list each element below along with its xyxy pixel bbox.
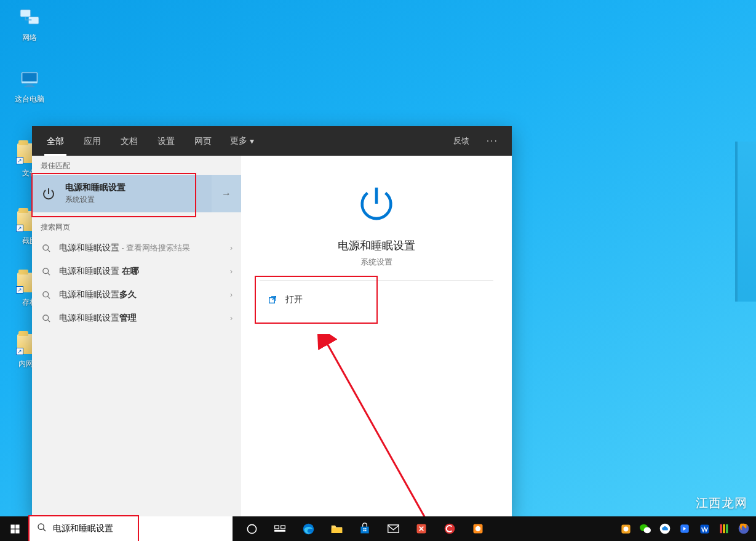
arrow-right-icon: → xyxy=(221,188,231,199)
taskbar-search-box[interactable] xyxy=(30,516,233,541)
search-panel: 全部 应用 文档 设置 网页 更多▾ 反馈 ··· 最佳匹配 电源和睡眠设置 系… xyxy=(32,126,512,518)
mail-button[interactable] xyxy=(379,516,407,541)
section-web: 搜索网页 xyxy=(32,217,241,236)
folder-icon xyxy=(330,523,343,534)
app-button[interactable] xyxy=(407,516,436,541)
power-icon-large xyxy=(352,179,401,228)
pc-icon xyxy=(17,66,42,92)
circle-icon xyxy=(246,523,258,535)
wechat-icon xyxy=(639,523,651,534)
tray-firefox[interactable] xyxy=(734,516,754,541)
best-match-row: 电源和睡眠设置 系统设置 → xyxy=(32,175,241,212)
search-icon xyxy=(41,291,52,300)
taskbar xyxy=(0,516,756,541)
mail-icon xyxy=(387,524,400,534)
svg-line-11 xyxy=(326,342,426,519)
tab-apps[interactable]: 应用 xyxy=(74,126,111,156)
svg-point-7 xyxy=(42,268,48,273)
wps-icon xyxy=(699,523,710,535)
app-icon xyxy=(679,523,690,534)
explorer-button[interactable] xyxy=(322,516,351,541)
svg-rect-19 xyxy=(281,526,285,529)
svg-rect-14 xyxy=(10,529,14,533)
svg-rect-25 xyxy=(365,528,366,529)
svg-point-8 xyxy=(42,291,48,297)
chevron-right-icon: › xyxy=(230,244,233,252)
start-button[interactable] xyxy=(0,516,30,541)
svg-rect-3 xyxy=(22,73,36,81)
chevron-down-icon: ▾ xyxy=(250,136,254,146)
more-options-button[interactable]: ··· xyxy=(478,135,507,146)
feedback-button[interactable]: 反馈 xyxy=(445,135,478,146)
desktop-icon-network[interactable]: 网络 xyxy=(11,5,48,43)
store-button[interactable] xyxy=(351,516,379,541)
svg-rect-39 xyxy=(700,524,709,533)
svg-rect-24 xyxy=(364,528,365,529)
web-result-item[interactable]: 电源和睡眠设置 在哪 › xyxy=(32,260,241,283)
cloud-icon xyxy=(659,523,671,535)
svg-rect-23 xyxy=(360,527,368,534)
system-tray xyxy=(616,516,756,541)
search-tabs-header: 全部 应用 文档 设置 网页 更多▾ 反馈 ··· xyxy=(32,126,512,156)
svg-rect-40 xyxy=(720,524,722,533)
firefox-icon xyxy=(738,523,750,535)
desktop-icon-pc[interactable]: 这台电脑 xyxy=(11,66,48,105)
window-edge-accent xyxy=(738,142,756,302)
ccleaner-button[interactable] xyxy=(436,516,464,541)
tray-app[interactable] xyxy=(675,516,694,541)
tab-web[interactable]: 网页 xyxy=(185,126,221,156)
windows-icon xyxy=(10,524,20,534)
web-result-text: 电源和睡眠设置管理 xyxy=(59,313,230,324)
section-best-match: 最佳匹配 xyxy=(32,156,241,175)
taskview-icon xyxy=(274,523,286,534)
edge-icon xyxy=(302,523,315,535)
svg-rect-12 xyxy=(10,524,14,528)
cortana-button[interactable] xyxy=(237,516,266,541)
web-result-item[interactable]: 电源和睡眠设置多久 › xyxy=(32,283,241,307)
svg-rect-15 xyxy=(15,529,19,533)
tab-all[interactable]: 全部 xyxy=(37,126,74,156)
app-icon xyxy=(620,523,632,535)
web-result-text: 电源和睡眠设置 在哪 xyxy=(59,266,230,277)
chevron-right-icon: › xyxy=(230,314,233,323)
svg-rect-18 xyxy=(275,526,279,529)
detail-subtitle: 系统设置 xyxy=(260,257,493,268)
best-match-expand-button[interactable]: → xyxy=(212,175,241,212)
detail-title: 电源和睡眠设置 xyxy=(260,238,493,253)
svg-rect-26 xyxy=(364,530,365,531)
svg-point-34 xyxy=(623,526,628,531)
network-icon xyxy=(17,5,42,31)
tab-settings[interactable]: 设置 xyxy=(148,126,185,156)
tray-app[interactable] xyxy=(714,516,734,541)
svg-point-36 xyxy=(644,527,651,534)
chevron-right-icon: › xyxy=(230,267,233,276)
open-icon xyxy=(267,295,278,305)
tray-wps[interactable] xyxy=(694,516,714,541)
power-icon xyxy=(41,186,57,202)
svg-point-9 xyxy=(42,315,48,320)
tab-more[interactable]: 更多▾ xyxy=(221,135,263,146)
web-result-item[interactable]: 电源和睡眠设置 - 查看网络搜索结果 › xyxy=(32,236,241,260)
taskbar-search-input[interactable] xyxy=(53,524,225,534)
svg-rect-27 xyxy=(365,530,366,531)
svg-point-32 xyxy=(475,526,480,531)
web-result-item[interactable]: 电源和睡眠设置管理 › xyxy=(32,307,241,330)
search-icon xyxy=(41,267,52,276)
best-match-item[interactable]: 电源和睡眠设置 系统设置 xyxy=(32,175,212,212)
annotation-arrow xyxy=(315,334,438,531)
app-button[interactable] xyxy=(464,516,492,541)
search-icon xyxy=(41,244,52,253)
divider xyxy=(260,280,493,281)
svg-rect-42 xyxy=(726,524,728,533)
svg-point-16 xyxy=(38,524,44,529)
taskbar-pinned-apps xyxy=(237,516,492,541)
svg-rect-0 xyxy=(20,10,31,17)
tab-documents[interactable]: 文档 xyxy=(111,126,148,156)
tray-wechat[interactable] xyxy=(635,516,655,541)
search-icon xyxy=(41,314,52,323)
edge-button[interactable] xyxy=(294,516,322,541)
tray-baidu[interactable] xyxy=(655,516,675,541)
tray-app[interactable] xyxy=(616,516,635,541)
open-action[interactable]: 打开 xyxy=(260,286,493,314)
task-view-button[interactable] xyxy=(266,516,294,541)
